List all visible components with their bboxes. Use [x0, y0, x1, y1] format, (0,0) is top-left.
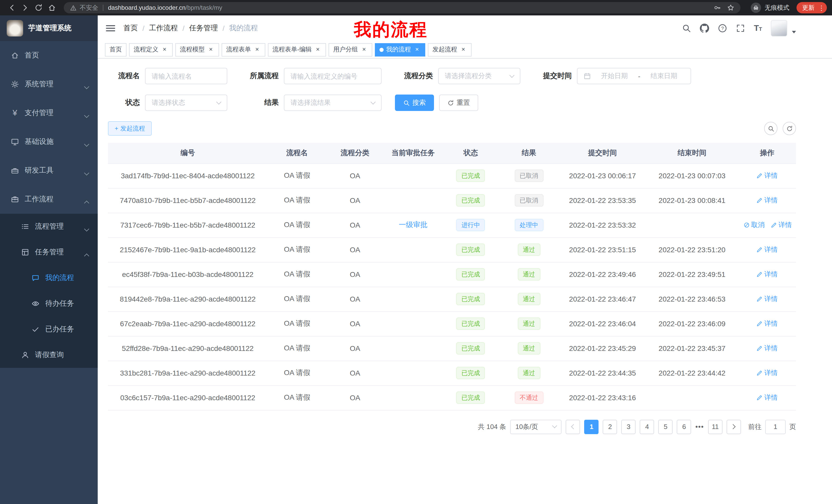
toggle-search-button[interactable]: [764, 122, 778, 135]
tab-process-form-edit[interactable]: 流程表单-编辑×: [268, 43, 326, 56]
close-icon[interactable]: ×: [361, 46, 368, 53]
bookmark-star-icon[interactable]: [727, 4, 734, 11]
tab-home[interactable]: 首页: [105, 43, 127, 56]
detail-action-link[interactable]: 详情: [757, 245, 778, 254]
end-date-placeholder[interactable]: 结束日期: [643, 72, 684, 81]
detail-action-link[interactable]: 详情: [757, 270, 778, 279]
refresh-table-button[interactable]: [783, 122, 796, 135]
url-text[interactable]: dashboard.yudao.iocoder.cn/bpm/task/my: [108, 4, 222, 11]
sidebar-item-workflow[interactable]: 工作流程: [0, 185, 98, 214]
close-icon[interactable]: ×: [161, 46, 168, 53]
name-input[interactable]: [152, 72, 220, 80]
refresh-icon: [447, 100, 454, 106]
detail-action-link[interactable]: 详情: [757, 295, 778, 304]
reset-button[interactable]: 重置: [439, 94, 478, 111]
page-button-2[interactable]: 2: [603, 419, 617, 434]
page-button-11[interactable]: 11: [708, 419, 723, 434]
detail-action-link[interactable]: 详情: [757, 319, 778, 328]
warning-icon: [70, 4, 77, 11]
search-icon[interactable]: [682, 24, 691, 33]
tab-process-form[interactable]: 流程表单×: [222, 43, 265, 56]
result-badge: 通过: [518, 317, 540, 330]
detail-action-link[interactable]: 详情: [757, 171, 778, 180]
page-button-5[interactable]: 5: [658, 419, 673, 434]
close-icon[interactable]: ×: [460, 46, 467, 53]
font-size-icon[interactable]: TT: [754, 24, 762, 32]
sidebar-item-dev-tools[interactable]: 研发工具: [0, 156, 98, 185]
tab-process-model[interactable]: 流程模型×: [175, 43, 219, 56]
breadcrumb-separator: /: [223, 24, 225, 32]
search-button[interactable]: 搜索: [395, 94, 434, 111]
page-size-select[interactable]: 10条/页: [510, 419, 562, 434]
start-date-placeholder[interactable]: 开始日期: [594, 72, 635, 81]
forward-icon[interactable]: [19, 1, 32, 15]
address-bar[interactable]: 不安全 dashboard.yudao.iocoder.cn/bpm/task/…: [64, 2, 740, 13]
sidebar-item-system[interactable]: 系统管理: [0, 70, 98, 99]
detail-action-link[interactable]: 详情: [757, 344, 778, 353]
breadcrumb-item[interactable]: 工作流程: [149, 24, 178, 33]
sidebar-item-home[interactable]: 首页: [0, 41, 98, 70]
sidebar-item-infrastructure[interactable]: 基础设施: [0, 128, 98, 156]
cell-task: [383, 262, 443, 287]
breadcrumb-item[interactable]: 任务管理: [189, 24, 218, 33]
task-link[interactable]: 一级审批: [399, 220, 427, 229]
monitor-icon: [10, 138, 20, 146]
sidebar-item-task-mgmt[interactable]: 任务管理: [0, 240, 98, 265]
detail-action-link[interactable]: 详情: [757, 368, 778, 377]
cell-status: 已完成: [443, 188, 498, 213]
close-icon[interactable]: ×: [254, 46, 261, 53]
page-button-3[interactable]: 3: [621, 419, 636, 434]
detail-action-link[interactable]: 详情: [771, 220, 792, 230]
sidebar-item-payment[interactable]: ¥支付管理: [0, 99, 98, 128]
browser-menu-dots-icon[interactable]: ⋮: [818, 4, 824, 11]
start-process-button[interactable]: + 发起流程: [108, 121, 152, 136]
tab-start-process[interactable]: 发起流程×: [428, 43, 471, 56]
prev-page-button[interactable]: [566, 419, 580, 434]
hamburger-icon[interactable]: [106, 25, 115, 31]
sidebar-item-label: 任务管理: [35, 248, 64, 257]
breadcrumb-item[interactable]: 首页: [123, 24, 138, 33]
chevron-down-icon[interactable]: [792, 31, 796, 33]
sidebar-item-todo-tasks[interactable]: 待办任务: [0, 291, 98, 316]
security-label[interactable]: 不安全: [80, 3, 98, 12]
home-icon[interactable]: [45, 1, 59, 15]
result-select[interactable]: 请选择流结果: [284, 94, 382, 111]
reload-icon[interactable]: [32, 1, 45, 15]
avatar[interactable]: [771, 20, 787, 36]
close-icon[interactable]: ×: [207, 46, 214, 53]
key-icon[interactable]: [714, 4, 721, 11]
detail-action-link[interactable]: 详情: [757, 196, 778, 205]
tab-user-group[interactable]: 用户分组×: [329, 43, 372, 56]
date-range-picker[interactable]: 开始日期 - 结束日期: [577, 68, 691, 84]
goto-page-input[interactable]: [765, 419, 786, 434]
help-icon[interactable]: ?: [718, 24, 727, 33]
github-icon[interactable]: [700, 24, 709, 33]
tab-process-definition[interactable]: 流程定义×: [129, 43, 173, 56]
fullscreen-icon[interactable]: [736, 24, 745, 33]
detail-action-link[interactable]: 详情: [757, 393, 778, 402]
status-select[interactable]: 请选择状态: [145, 94, 227, 111]
pagination-ellipsis[interactable]: •••: [696, 423, 704, 430]
back-icon[interactable]: [5, 1, 19, 15]
update-button[interactable]: 更新 ⋮: [797, 2, 827, 13]
sidebar-item-process-mgmt[interactable]: 流程管理: [0, 214, 98, 240]
name-input-wrap: [145, 68, 227, 84]
page-button-4[interactable]: 4: [640, 419, 654, 434]
page-button-6[interactable]: 6: [677, 419, 691, 434]
cancel-action-link[interactable]: 取消: [744, 220, 765, 230]
home-icon: [10, 51, 20, 60]
tab-my-process[interactable]: 我的流程×: [375, 43, 425, 56]
status-badge: 已完成: [457, 170, 485, 182]
sidebar-item-my-process[interactable]: 我的流程: [0, 265, 98, 291]
page-button-1[interactable]: 1: [584, 419, 599, 434]
result-badge: 已取消: [515, 194, 543, 206]
category-select[interactable]: 请选择流程分类: [438, 68, 520, 84]
sidebar-item-done-tasks[interactable]: 已办任务: [0, 316, 98, 342]
user-icon: [21, 351, 30, 359]
process-input[interactable]: [290, 72, 375, 80]
close-icon[interactable]: ×: [413, 46, 421, 53]
cell-status: 已完成: [443, 361, 498, 385]
next-page-button[interactable]: [727, 419, 741, 434]
close-icon[interactable]: ×: [314, 46, 321, 53]
sidebar-item-leave-query[interactable]: 请假查询: [0, 342, 98, 368]
